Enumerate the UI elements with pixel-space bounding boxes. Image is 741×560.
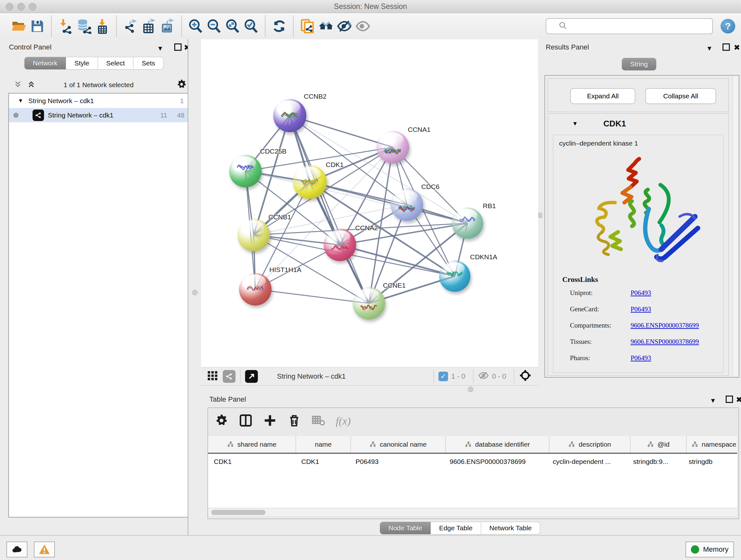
import-network-database-button[interactable] — [75, 16, 93, 37]
results-scrollbar[interactable] — [733, 76, 738, 375]
node-CDK1[interactable] — [293, 165, 327, 199]
tab-edge-table[interactable]: Edge Table — [431, 522, 481, 535]
tab-sets[interactable]: Sets — [133, 57, 164, 70]
selected-checkbox[interactable]: ✓ — [439, 372, 448, 381]
node-CDC25B[interactable] — [229, 155, 262, 187]
cell-name[interactable]: CDK1 — [295, 454, 350, 470]
edge-CCNE1-CCNB2[interactable] — [290, 116, 369, 303]
network-collection-row[interactable]: ▼ String Network – cdk1 1 — [9, 94, 190, 108]
save-session-button[interactable] — [28, 16, 47, 37]
crosslink-link[interactable]: P06493 — [630, 289, 651, 297]
zoom-fit-button[interactable] — [223, 16, 242, 37]
export-table-button[interactable] — [140, 16, 158, 37]
crosshair-icon[interactable] — [519, 369, 532, 384]
home-button[interactable] — [317, 16, 335, 37]
node-CDC6[interactable] — [391, 188, 423, 221]
zoom-selected-button[interactable] — [242, 16, 260, 37]
crosslink-link[interactable]: 9606.ENSP00000378699 — [630, 321, 699, 329]
float-panel-icon[interactable] — [723, 44, 730, 52]
edge-CCNE1-HIST1H1A[interactable] — [255, 289, 369, 303]
copy-network-button[interactable] — [298, 16, 317, 37]
tab-select[interactable]: Select — [98, 57, 133, 70]
network-row[interactable]: String Network – cdk1 11 48 — [9, 108, 190, 122]
gear-icon[interactable] — [176, 79, 187, 91]
cell-description[interactable]: cyclin-dependent ... — [547, 454, 627, 470]
splitter-handle-icon[interactable] — [468, 387, 473, 392]
collapse-panel-icon[interactable]: ▾ — [708, 44, 711, 52]
node-CCNE1[interactable] — [353, 287, 385, 320]
help-button[interactable]: ? — [721, 19, 735, 34]
table-hscrollbar[interactable] — [208, 509, 737, 516]
cell-@id[interactable]: stringdb:9... — [627, 454, 683, 470]
refresh-layout-button[interactable] — [270, 16, 288, 37]
column-header-canonical-name[interactable]: canonical name — [351, 436, 446, 453]
table-row[interactable]: CDK1CDK1P064939606.ENSP00000378699cyclin… — [208, 454, 737, 470]
memory-button[interactable]: Memory — [685, 542, 734, 557]
edge-CDK1-RB1[interactable] — [310, 182, 468, 223]
node-RB1[interactable] — [452, 207, 483, 239]
string-view-icon[interactable] — [223, 370, 235, 383]
crosslink-link[interactable]: P06493 — [630, 354, 651, 362]
tab-network-table[interactable]: Network Table — [481, 522, 541, 535]
delete-column-icon[interactable] — [287, 414, 301, 429]
column-header-description[interactable]: description — [549, 436, 630, 453]
column-header-@id[interactable]: @id — [630, 436, 687, 453]
crosslink-link[interactable]: P06493 — [630, 305, 651, 313]
collapse-panel-icon[interactable]: ▾ — [158, 44, 162, 52]
tab-network[interactable]: Network — [24, 57, 66, 70]
collapse-panel-icon[interactable]: ▾ — [711, 396, 715, 404]
show-columns-icon[interactable] — [239, 414, 253, 429]
node-CCNA1[interactable] — [377, 131, 409, 164]
tab-string[interactable]: String — [622, 58, 657, 71]
open-session-button[interactable] — [10, 16, 28, 37]
eye-button[interactable] — [354, 16, 372, 37]
grid-view-icon[interactable] — [207, 370, 218, 383]
warning-button[interactable] — [34, 542, 55, 557]
vertical-splitter-left[interactable] — [188, 39, 202, 535]
eye-slash-button[interactable] — [335, 16, 354, 37]
column-header-name[interactable]: name — [296, 436, 351, 453]
import-table-button[interactable] — [93, 16, 112, 37]
zoom-out-button[interactable] — [205, 16, 223, 37]
column-header-database-identifier[interactable]: database identifier — [446, 436, 549, 453]
gear-icon[interactable] — [214, 414, 228, 429]
birdseye-view-icon[interactable] — [245, 370, 258, 383]
import-network-file-button[interactable] — [56, 16, 75, 37]
collapse-arrow-icon[interactable]: ▼ — [572, 120, 578, 127]
close-panel-icon[interactable]: ✖ — [736, 396, 741, 403]
close-panel-icon[interactable]: ✖ — [734, 44, 740, 51]
tab-node-table[interactable]: Node Table — [380, 522, 431, 535]
float-panel-icon[interactable] — [726, 395, 733, 404]
export-image-button[interactable] — [158, 16, 177, 37]
splitter-handle-icon[interactable] — [192, 290, 198, 295]
node-CCNB1[interactable] — [238, 219, 270, 251]
column-header-shared-name[interactable]: shared name — [208, 436, 296, 453]
expand-all-button[interactable]: Expand All — [570, 88, 635, 104]
hidden-eye-slash-icon[interactable] — [478, 370, 489, 383]
node-HIST1H1A[interactable] — [239, 273, 272, 306]
column-header-namespace[interactable]: namespace — [687, 436, 741, 453]
zoom-in-button[interactable] — [186, 16, 205, 37]
cell-canonical-name[interactable]: P06493 — [350, 454, 444, 470]
protein-thumbnail-icon — [229, 155, 262, 187]
protein-section-header[interactable]: ▼ CDK1 — [548, 114, 729, 133]
node-CDKN1A[interactable] — [439, 260, 470, 292]
collapse-arrow-icon[interactable]: ▼ — [18, 98, 23, 104]
scrollbar-thumb[interactable] — [211, 510, 266, 515]
delete-table-icon[interactable] — [312, 414, 326, 429]
cloud-button[interactable] — [6, 542, 27, 557]
search-input[interactable] — [546, 18, 713, 34]
add-column-icon[interactable] — [263, 414, 277, 429]
cell-database-identifier[interactable]: 9606.ENSP00000378699 — [444, 454, 547, 470]
tab-style[interactable]: Style — [66, 57, 98, 70]
cell-namespace[interactable]: stringdb — [683, 454, 737, 470]
collapse-all-button[interactable]: Collapse All — [645, 88, 716, 104]
network-canvas[interactable]: CCNB2CCNA1CDC25BCDK1CDC6RB1CCNB1CCNA2CDK… — [201, 39, 538, 367]
node-CCNB2[interactable] — [273, 99, 307, 132]
cell-shared-name[interactable]: CDK1 — [208, 454, 295, 470]
crosslink-link[interactable]: 9606.ENSP00000378699 — [630, 338, 699, 346]
float-panel-icon[interactable] — [174, 44, 182, 52]
node-CCNA2[interactable] — [324, 229, 356, 261]
function-builder-icon[interactable]: f(x) — [336, 415, 351, 427]
export-network-button[interactable] — [121, 16, 140, 37]
